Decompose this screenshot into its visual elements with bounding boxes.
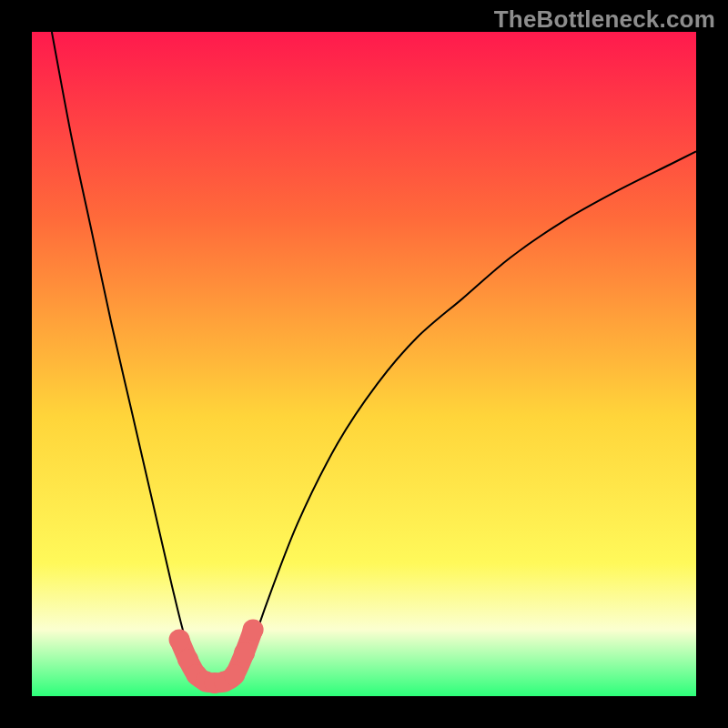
chart-frame: TheBottleneck.com bbox=[0, 0, 728, 728]
highlight-dot bbox=[243, 620, 264, 641]
plot-svg bbox=[32, 32, 696, 696]
highlight-dot bbox=[234, 642, 255, 663]
highlight-dot bbox=[224, 664, 245, 685]
highlight-dot bbox=[169, 629, 190, 650]
plot-area bbox=[32, 32, 696, 696]
watermark-text: TheBottleneck.com bbox=[494, 5, 715, 34]
gradient-background bbox=[32, 32, 696, 696]
